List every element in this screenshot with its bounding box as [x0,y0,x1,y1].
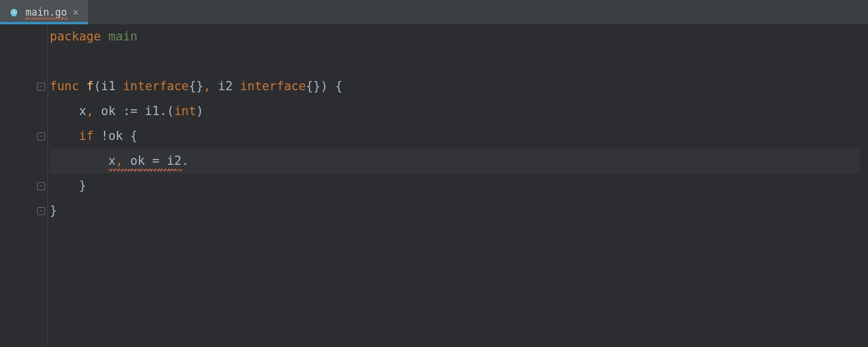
token-type: interface [123,79,189,93]
svg-point-3 [12,11,13,12]
code-line[interactable] [50,49,868,74]
token-kw: if [79,129,101,143]
token-brace: {} [306,79,321,93]
token-brace: } [50,179,86,193]
token-ident: x [50,104,86,118]
code-line[interactable]: } [50,198,868,223]
token-ident: ok := i1.( [101,104,174,118]
code-line[interactable]: package main [50,24,868,49]
error-underline-icon [25,17,67,20]
token-dot: . [182,154,189,168]
fold-handle-icon[interactable] [37,132,45,141]
code-line[interactable]: func f(i1 interface{}, i2 interface{}) { [50,74,868,99]
fold-handle-icon[interactable] [37,182,45,190]
token-brace: } [50,204,57,217]
token-ident [50,129,79,143]
token-ident: !ok { [101,129,138,143]
token-comma: , [116,149,123,174]
svg-point-5 [13,13,14,14]
code-line[interactable]: } [50,174,868,198]
tab-bar: main.go × [0,0,868,24]
token-comma: , [204,79,218,93]
svg-point-4 [15,11,16,12]
token-pkgname: main [108,29,138,43]
token-paren: ) { [321,79,343,93]
token-paren: ( [94,79,101,93]
token-ident: i1 [101,79,123,93]
svg-point-0 [10,9,17,16]
code-editor[interactable]: package mainfunc f(i1 interface{}, i2 in… [0,24,868,347]
token-kw: package [50,29,108,43]
code-line[interactable]: x, ok := i1.(int) [50,99,868,124]
token-type: interface [240,79,306,93]
code-area[interactable]: package mainfunc f(i1 interface{}, i2 in… [50,24,868,347]
fold-handle-icon[interactable] [37,83,45,91]
tab-filename: main.go [25,6,67,18]
token-brace: {} [189,79,203,93]
token-paren: ) [196,104,204,118]
inspection-stripe [860,24,868,347]
token-ident: ok = i2 [123,149,181,174]
token-comma: , [86,104,101,118]
gutter-separator [47,24,48,347]
code-line[interactable]: x, ok = i2. [50,149,868,174]
tab-main-go[interactable]: main.go × [0,0,88,24]
token-fn: f [86,79,94,93]
token-ident [50,154,108,168]
token-ident: i2 [218,79,240,93]
fold-handle-icon[interactable] [37,207,45,215]
token-ident: x [108,149,116,174]
token-kw: func [50,79,86,93]
token-type: int [174,104,196,118]
code-line[interactable]: if !ok { [50,124,868,149]
go-gopher-icon [8,6,20,18]
tab-close-icon[interactable]: × [73,8,79,17]
